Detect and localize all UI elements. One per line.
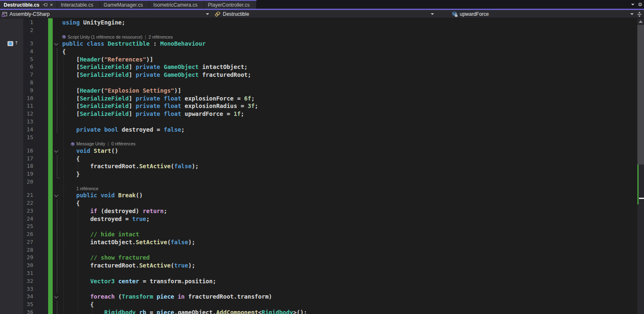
code-line: 18 fracturedRoot.SetActive(false); [0, 162, 637, 170]
type-dropdown-label: Destructible [223, 11, 249, 17]
code-text: } [62, 170, 80, 178]
unity-cube-icon [62, 35, 66, 39]
line-number: 9 [0, 87, 33, 95]
code-line: 14 private bool destroyed = false; [0, 126, 637, 134]
inheritance-margin-icon[interactable] [7, 41, 13, 46]
tab-destructible-cs[interactable]: Destructible.cs× [0, 1, 57, 9]
codelens-indicator[interactable]: Script Unity (1 référence de ressource)|… [62, 34, 173, 40]
code-text: { [62, 301, 94, 309]
line-number: 6 [0, 63, 33, 71]
code-line: 34 foreach (Transform piece in fractured… [0, 293, 637, 301]
split-editor-icon[interactable] [637, 12, 642, 17]
project-chevron-down-icon[interactable] [206, 13, 209, 15]
code-line: 9 [Header("Explosion Settings")] [0, 87, 637, 95]
document-tabs: Destructible.cs×Interactable.csGameManag… [0, 0, 256, 9]
line-number: 34 [0, 293, 33, 301]
document-tab-bar: Destructible.cs×Interactable.csGameManag… [0, 0, 644, 9]
code-text: [Header("References")] [62, 56, 153, 64]
code-line: 32 Vector3 center = transform.position; [0, 277, 637, 285]
line-number: 20 [0, 178, 33, 186]
code-text: // hide intact [62, 231, 139, 238]
vertical-scrollbar[interactable] [637, 18, 644, 314]
fold-chevron-icon[interactable] [54, 193, 59, 197]
code-text: foreach (Transform piece in fracturedRoo… [62, 293, 272, 301]
codelens-text[interactable]: 0 références [111, 141, 135, 147]
scrollbar-thumb[interactable] [637, 25, 644, 164]
code-text: [SerializeField] private float explosion… [62, 102, 258, 110]
fold-chevron-icon[interactable] [54, 42, 59, 46]
tab-playercontroller-cs[interactable]: PlayerController.cs [204, 1, 256, 9]
type-chevron-down-icon[interactable] [431, 13, 434, 15]
project-dropdown-label: Assembly-CSharp [10, 11, 50, 17]
code-line: 35 { [0, 301, 637, 309]
code-editor[interactable]: 1using UnityEngine;2Script Unity (1 réfé… [0, 18, 644, 314]
codelens-indicator[interactable]: Message Unity|0 références [71, 141, 136, 147]
code-lines: 1using UnityEngine;2Script Unity (1 réfé… [0, 19, 637, 314]
member-chevron-down-icon[interactable] [630, 13, 634, 15]
tab-interactable-cs[interactable]: Interactable.cs [57, 1, 100, 9]
close-icon[interactable]: × [50, 2, 53, 7]
code-line: 4{ [0, 48, 637, 56]
line-number: 25 [0, 223, 33, 231]
code-line: 33 [0, 285, 637, 293]
code-text: [Header("Explosion Settings")] [62, 87, 181, 95]
codelens-text[interactable]: Message Unity [76, 141, 105, 147]
code-line: 30 fracturedRoot.SetActive(true); [0, 262, 637, 270]
line-number: 2 [0, 27, 33, 34]
type-dropdown[interactable]: Destructible [215, 10, 249, 18]
line-number: 4 [0, 48, 33, 56]
line-number: 13 [0, 118, 33, 126]
project-dropdown[interactable]: Assembly-CSharp [2, 10, 50, 18]
code-line: 8 [0, 79, 637, 87]
line-number: 5 [0, 56, 33, 64]
code-text: [SerializeField] private float explosion… [62, 95, 255, 103]
fold-chevron-icon[interactable] [54, 294, 59, 299]
code-line: 1using UnityEngine; [0, 19, 637, 27]
tab-label: PlayerController.cs [208, 2, 250, 8]
code-line: 36 Rigidbody rb = piece.gameObject.AddCo… [0, 309, 637, 314]
code-text: Rigidbody rb = piece.gameObject.AddCompo… [62, 309, 307, 314]
code-line: 21 public void Break() [0, 191, 637, 199]
pin-icon[interactable] [43, 3, 47, 6]
codelens-text[interactable]: Script Unity (1 référence de ressource) [68, 34, 142, 40]
member-dropdown-label: upwardForce [460, 11, 489, 17]
line-number: 33 [0, 285, 33, 293]
tab-label: Destructible.cs [4, 2, 39, 8]
member-dropdown[interactable]: upwardForce [451, 10, 489, 18]
codelens-indicator[interactable]: 1 référence [76, 186, 98, 191]
codelens-row: 1 référence [0, 186, 637, 191]
code-line: 23 if (destroyed) return; [0, 207, 637, 215]
line-number: 16 [0, 147, 33, 155]
code-text: destroyed = true; [62, 215, 150, 223]
code-text: if (destroyed) return; [62, 207, 167, 215]
code-line: 27 intactObject.SetActive(false); [0, 238, 637, 246]
code-line: 10 [SerializeField] private float explos… [0, 95, 637, 103]
codelens-row: Message Unity|0 références [0, 141, 637, 147]
code-text: private bool destroyed = false; [62, 126, 185, 134]
tab-list-chevron-down-icon[interactable] [631, 4, 634, 5]
code-text: public void Break() [62, 191, 143, 199]
line-number: 32 [0, 277, 33, 285]
code-line: 2 [0, 27, 637, 34]
scrollbar-caret-marker [639, 198, 644, 199]
code-text: public class Destructible : MonoBehaviou… [62, 40, 206, 48]
codelens-text[interactable]: 2 références [149, 34, 173, 40]
tab-isometriccamera-cs[interactable]: IsometricCamera.cs [149, 1, 204, 9]
fold-chevron-icon[interactable] [54, 148, 59, 152]
code-line: 12 [SerializeField] private float upward… [0, 110, 637, 118]
scrollbar-up-arrow-icon[interactable] [639, 20, 643, 23]
tab-gamemanager-cs[interactable]: GameManager.cs [100, 1, 150, 9]
code-line: 5 [Header("References")] [0, 56, 637, 64]
code-line: 16 void Start() [0, 147, 637, 155]
line-number: 23 [0, 207, 33, 215]
code-line: 11 [SerializeField] private float explos… [0, 102, 637, 110]
line-number: 8 [0, 79, 33, 87]
line-number: 14 [0, 126, 33, 134]
line-number: 26 [0, 231, 33, 238]
code-line: 22 { [0, 199, 637, 207]
tab-label: IsometricCamera.cs [153, 2, 198, 8]
codelens-text[interactable]: 1 référence [76, 186, 98, 191]
line-number: 1 [0, 19, 33, 27]
code-line: 25 [0, 223, 637, 231]
document-options-gear-icon[interactable]: ⚙ [638, 2, 642, 7]
